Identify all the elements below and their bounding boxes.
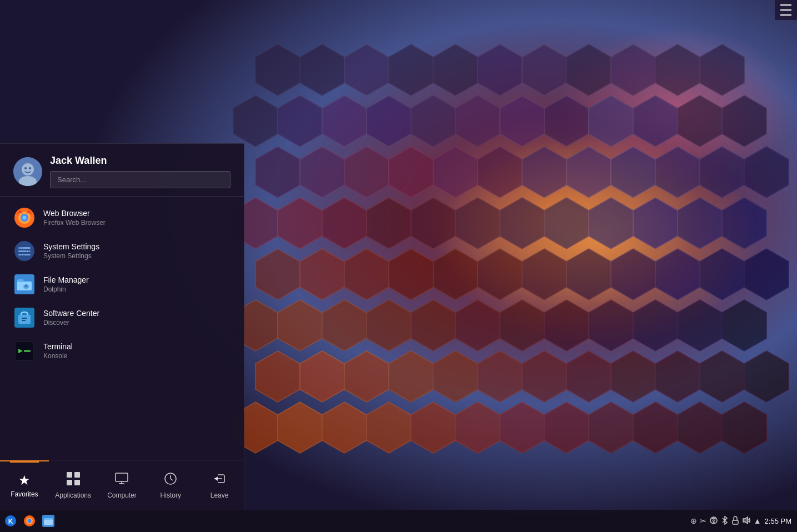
terminal-name: Terminal (43, 342, 230, 351)
file-manager-subtitle: Dolphin (43, 285, 230, 293)
avatar (13, 157, 42, 186)
svg-point-103 (29, 167, 31, 169)
leave-icon (212, 471, 227, 488)
taskbar-dolphin-icon[interactable] (40, 513, 57, 529)
web-browser-icon (13, 207, 36, 229)
nav-item-leave[interactable]: Leave (195, 460, 244, 510)
tray-icon-7[interactable]: ▲ (754, 516, 761, 525)
taskbar-firefox-icon[interactable] (21, 513, 38, 529)
file-manager-icon (13, 273, 36, 295)
svg-point-145 (28, 519, 32, 523)
computer-label: Computer (107, 491, 137, 499)
software-center-text: Software Center Discover (43, 309, 230, 327)
launcher-nav: ★ Favorites Applications (0, 460, 244, 510)
svg-rect-128 (24, 350, 31, 352)
terminal-icon (13, 340, 36, 362)
nav-item-computer[interactable]: Computer (98, 460, 147, 510)
tray-icon-4[interactable] (721, 516, 729, 526)
applications-label: Applications (55, 491, 91, 499)
history-label: History (161, 491, 181, 499)
svg-point-117 (22, 254, 24, 255)
system-settings-name: System Settings (43, 242, 230, 251)
search-input[interactable] (50, 171, 230, 188)
favorites-icon: ★ (18, 474, 31, 487)
svg-point-120 (25, 285, 27, 287)
taskbar-right: ⊕ ✂ (690, 516, 795, 526)
svg-marker-151 (743, 517, 748, 524)
svg-line-138 (171, 479, 173, 480)
applications-icon (66, 471, 81, 488)
app-item-software-center[interactable]: Software Center Discover (0, 301, 244, 334)
taskbar-sys-icons: ⊕ ✂ (690, 516, 761, 526)
svg-rect-124 (22, 320, 26, 321)
app-item-web-browser[interactable]: Web Browser Firefox Web Browser (0, 201, 244, 234)
svg-point-100 (22, 163, 34, 175)
tray-icon-6[interactable] (742, 516, 751, 526)
tray-icon-5[interactable] (731, 516, 739, 526)
tray-icon-2[interactable]: ✂ (700, 516, 706, 525)
file-manager-name: File Manager (43, 275, 230, 284)
terminal-subtitle: Konsole (43, 352, 230, 360)
svg-rect-133 (116, 473, 128, 481)
history-icon (163, 471, 178, 488)
app-item-terminal[interactable]: Terminal Konsole (0, 334, 244, 368)
nav-item-favorites[interactable]: ★ Favorites (0, 460, 49, 510)
svg-rect-111 (18, 254, 31, 255)
software-center-name: Software Center (43, 309, 230, 318)
svg-rect-130 (74, 472, 80, 478)
nav-item-history[interactable]: History (146, 460, 195, 510)
system-settings-icon (13, 240, 36, 262)
kde-menu-button[interactable] (775, 0, 797, 20)
svg-rect-150 (733, 520, 738, 524)
app-item-file-manager[interactable]: File Manager Dolphin (0, 268, 244, 301)
app-list: Web Browser Firefox Web Browser (0, 197, 244, 460)
software-center-subtitle: Discover (43, 319, 230, 327)
svg-point-149 (713, 521, 714, 523)
web-browser-text: Web Browser Firefox Web Browser (43, 209, 230, 227)
app-launcher: Jack Wallen Web Browser Firefox Web (0, 143, 244, 510)
web-browser-name: Web Browser (43, 209, 230, 218)
tray-icon-3[interactable] (709, 516, 718, 526)
svg-rect-123 (22, 318, 27, 319)
software-center-icon (13, 307, 36, 329)
favorites-label: Favorites (11, 490, 38, 498)
svg-point-102 (24, 167, 27, 169)
terminal-text: Terminal Konsole (43, 342, 230, 360)
tray-icon-1[interactable]: ⊕ (690, 516, 697, 525)
nav-item-applications[interactable]: Applications (49, 460, 98, 510)
svg-point-115 (27, 250, 29, 252)
app-item-system-settings[interactable]: System Settings System Settings (0, 234, 244, 268)
svg-point-107 (23, 216, 27, 220)
svg-rect-131 (67, 480, 72, 485)
file-manager-text: File Manager Dolphin (43, 275, 230, 293)
system-settings-text: System Settings System Settings (43, 242, 230, 260)
leave-label: Leave (210, 491, 229, 499)
taskbar-left: K (2, 513, 57, 529)
taskbar-kde-icon[interactable]: K (2, 513, 19, 529)
svg-point-113 (21, 247, 22, 249)
svg-text:K: K (8, 518, 13, 525)
svg-rect-122 (18, 315, 31, 324)
user-name: Jack Wallen (50, 155, 230, 167)
hamburger-line-2 (780, 9, 791, 11)
web-browser-subtitle: Firefox Web Browser (43, 219, 230, 227)
user-info: Jack Wallen (50, 155, 230, 188)
system-settings-subtitle: System Settings (43, 252, 230, 260)
hamburger-line-1 (780, 4, 791, 6)
hamburger-line-3 (780, 14, 791, 16)
svg-marker-140 (214, 476, 218, 481)
user-section: Jack Wallen (0, 144, 244, 197)
svg-rect-132 (74, 480, 80, 485)
taskbar: K ⊕ ✂ (0, 510, 797, 532)
computer-icon (114, 471, 129, 488)
taskbar-clock: 2:55 PM (765, 517, 791, 525)
svg-rect-129 (67, 472, 72, 478)
